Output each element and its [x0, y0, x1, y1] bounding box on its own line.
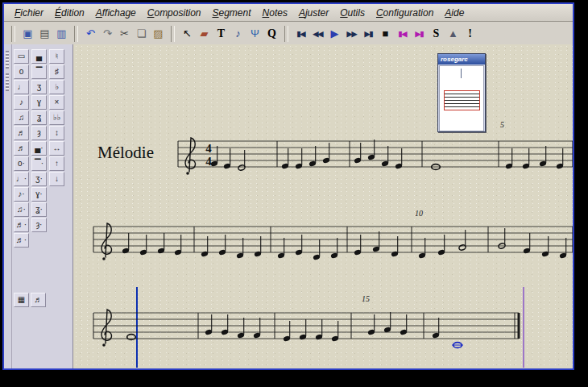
dotted-quarter-note-button[interactable]: ♪· — [14, 187, 29, 202]
note[interactable] — [432, 318, 440, 339]
note[interactable] — [295, 148, 303, 169]
eighth-note-button[interactable]: ♫ — [14, 110, 29, 125]
note[interactable] — [354, 235, 362, 256]
note[interactable] — [299, 319, 307, 340]
menu-fichier[interactable]: Fichier — [9, 6, 49, 20]
matrix-view-button[interactable]: ▦ — [14, 293, 29, 307]
note[interactable] — [523, 233, 531, 254]
note[interactable] — [331, 321, 339, 342]
menu-edition[interactable]: Édition — [49, 6, 90, 20]
menu-notes[interactable]: Notes — [257, 6, 293, 20]
quarter-rest-button[interactable]: ʒ — [31, 80, 47, 94]
note[interactable] — [277, 238, 285, 259]
sixteenth-rest-button[interactable]: ʓ — [31, 110, 47, 125]
note[interactable] — [522, 148, 530, 169]
note[interactable] — [283, 321, 291, 342]
note[interactable] — [157, 233, 165, 254]
eighth-rest-button[interactable]: ɣ — [31, 95, 47, 110]
rewind-to-start-button[interactable]: ▮◀ — [292, 25, 309, 43]
note[interactable] — [418, 238, 426, 259]
note[interactable] — [330, 238, 338, 259]
dotted-eighth-rest-button[interactable]: ɣ· — [31, 187, 47, 202]
menu-aide[interactable]: Aide — [439, 6, 470, 20]
down-button[interactable]: ↓ — [49, 172, 64, 186]
note[interactable] — [372, 231, 380, 252]
natural-button[interactable]: ♮ — [49, 49, 64, 64]
note[interactable] — [437, 235, 445, 256]
note[interactable] — [367, 314, 375, 335]
menu-composition[interactable]: Composition — [142, 6, 207, 20]
next-marker-button[interactable]: ▶▮ — [411, 25, 428, 43]
copy-button[interactable]: ❏ — [133, 25, 150, 43]
notes-entry-button[interactable]: ♪ — [230, 25, 246, 43]
insert-tool-button[interactable]: Ψ — [246, 25, 263, 43]
whole-note-button[interactable]: o — [14, 64, 29, 79]
forward-to-end-button[interactable]: ▶▮ — [360, 25, 377, 43]
quantize-button[interactable]: Q — [263, 25, 280, 43]
dotted-sixteenth-note-button[interactable]: ♬· — [14, 218, 29, 232]
rewind-button[interactable]: ◀◀ — [309, 25, 326, 43]
menu-segment[interactable]: Segment — [206, 6, 256, 20]
score-canvas[interactable]: Mélodie rosegarc 4451015 — [73, 44, 573, 368]
toolbar-grip-strip[interactable] — [4, 44, 12, 368]
half-note-button[interactable]: ♩ — [14, 80, 29, 94]
sixteenth-note-button[interactable]: ♬ — [14, 126, 29, 140]
undo-button[interactable]: ↶ — [82, 25, 99, 43]
flat-button[interactable]: ♭ — [49, 80, 64, 94]
menu-outils[interactable]: Outils — [334, 6, 371, 20]
metronome-button[interactable]: ▲ — [445, 25, 462, 43]
solo-button[interactable]: S — [428, 25, 445, 43]
menu-affichage[interactable]: Affichage — [90, 6, 142, 20]
print-preview-button[interactable]: ▥ — [53, 25, 70, 43]
fast-forward-button[interactable]: ▶▶ — [343, 25, 360, 43]
note[interactable] — [236, 238, 244, 259]
paste-button[interactable]: ▨ — [150, 25, 167, 43]
cut-button[interactable]: ✂ — [116, 25, 133, 43]
dotted-whole-note-button[interactable]: o· — [14, 156, 29, 171]
note[interactable] — [395, 148, 403, 169]
panic-button[interactable]: ! — [462, 25, 478, 43]
note[interactable] — [505, 148, 513, 169]
note[interactable] — [539, 146, 547, 167]
note[interactable] — [354, 143, 362, 164]
note[interactable] — [367, 139, 375, 160]
note[interactable] — [205, 314, 213, 335]
redo-button[interactable]: ↷ — [99, 25, 116, 43]
select-tool-button[interactable]: ↖ — [179, 25, 196, 43]
thirtysecond-rest-button[interactable]: ȝ — [31, 126, 47, 140]
note[interactable] — [556, 148, 564, 169]
note[interactable] — [559, 238, 567, 259]
dotted-sixteenth-rest-button[interactable]: ʓ· — [31, 202, 47, 217]
note[interactable] — [383, 312, 391, 333]
note[interactable] — [139, 235, 147, 256]
double-sharp-button[interactable]: × — [49, 95, 64, 110]
dotted-quarter-rest-button[interactable]: ʒ· — [31, 172, 47, 186]
note[interactable] — [281, 148, 289, 169]
save-button[interactable]: ▣ — [19, 25, 36, 43]
sharp-button[interactable]: ♯ — [49, 64, 64, 79]
note[interactable] — [308, 146, 317, 167]
dotted-half-rest-button[interactable]: ▔· — [31, 156, 47, 171]
note[interactable] — [223, 148, 231, 169]
note[interactable] — [221, 314, 229, 335]
updown-button[interactable]: ↕ — [49, 126, 64, 140]
note[interactable] — [253, 318, 261, 339]
menu-configuration[interactable]: Configuration — [371, 6, 439, 20]
note[interactable] — [295, 235, 303, 256]
note[interactable] — [174, 235, 182, 256]
note[interactable] — [322, 143, 330, 164]
note[interactable] — [400, 314, 408, 335]
text-tool-button[interactable]: T — [213, 25, 230, 43]
dotted-half-note-button[interactable]: ♩· — [14, 172, 29, 186]
leftright-button[interactable]: ↔ — [49, 141, 64, 156]
notation-view-button[interactable]: ♬ — [31, 293, 46, 307]
note[interactable] — [452, 343, 463, 348]
note[interactable] — [237, 318, 245, 339]
dotted-thirtysecond-rest-button[interactable]: ȝ· — [31, 218, 47, 232]
print-button[interactable]: ▤ — [36, 25, 53, 43]
previous-marker-button[interactable]: ▮◀ — [394, 25, 411, 43]
note[interactable] — [381, 146, 389, 167]
double-flat-button[interactable]: ♭♭ — [49, 110, 64, 125]
erase-tool-button[interactable]: ▰ — [196, 25, 213, 43]
note[interactable] — [313, 239, 321, 260]
